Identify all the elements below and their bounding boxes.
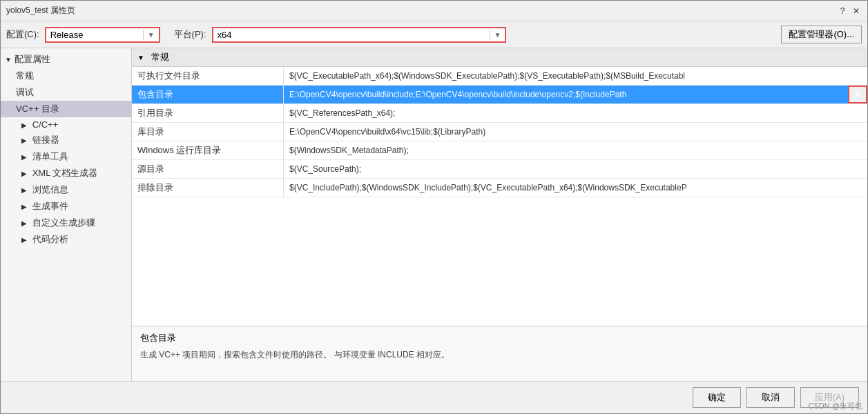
watermark: CSDN @朱可乜 xyxy=(809,401,862,411)
expand-arrow-icon: ▶ xyxy=(21,219,27,227)
prop-value-wrapper: E:\OpenCV4\opencv\build\x64\vc15\lib;$(L… xyxy=(284,123,867,141)
sidebar-item-xml-gen[interactable]: ▶ XML 文档生成器 xyxy=(1,165,131,181)
cancel-button[interactable]: 取消 xyxy=(746,387,795,408)
prop-value-exclude-dir: $(VC_IncludePath);$(WindowsSDK_IncludePa… xyxy=(284,180,867,195)
toolbar: 配置(C): Release Debug ▼ 平台(P): x64 x86 ▼ … xyxy=(1,21,867,48)
sidebar-item-cpp[interactable]: ▶ C/C++ xyxy=(1,117,131,132)
prop-value-executable-dir: $(VC_ExecutablePath_x64);$(WindowsSDK_Ex… xyxy=(284,68,867,83)
platform-select[interactable]: x64 x86 xyxy=(213,28,490,41)
prop-value-library-dir: E:\OpenCV4\opencv\build\x64\vc15\lib;$(L… xyxy=(284,124,867,139)
title-bar: yolov5_test 属性页 ? ✕ xyxy=(1,1,867,21)
prop-name-include-dir: 包含目录 xyxy=(132,86,284,103)
expand-arrow-icon: ▼ xyxy=(5,56,12,63)
sidebar-item-events[interactable]: ▶ 生成事件 xyxy=(1,198,131,215)
config-manager-button[interactable]: 配置管理器(O)... xyxy=(781,26,862,43)
sidebar-group-label: 配置属性 xyxy=(15,53,50,66)
prop-name-reference-dir: 引用目录 xyxy=(132,104,284,122)
table-row-highlighted[interactable]: 包含目录 E:\OpenCV4\opencv\build\include;E:\… xyxy=(132,86,867,104)
sidebar-item-analysis[interactable]: ▶ 代码分析 xyxy=(1,231,131,248)
expand-arrow-icon: ▶ xyxy=(21,153,27,161)
prop-value-wrapper: $(VC_ReferencesPath_x64); xyxy=(284,104,867,122)
expand-arrow-icon: ▶ xyxy=(21,203,27,210)
sidebar: ▼ 配置属性 常规 调试 VC++ 目录 ▶ C/C++ ▶ xyxy=(1,48,132,381)
sidebar-item-browse[interactable]: ▶ 浏览信息 xyxy=(1,181,131,198)
platform-select-wrapper[interactable]: x64 x86 ▼ xyxy=(212,27,507,43)
expand-arrow-icon: ▶ xyxy=(21,170,27,177)
include-dir-dropdown-button[interactable]: ▼ xyxy=(848,86,867,103)
help-button[interactable]: ? xyxy=(837,6,848,17)
sidebar-item-custom[interactable]: ▶ 自定义生成步骤 xyxy=(1,215,131,231)
config-select[interactable]: Release Debug xyxy=(46,28,143,41)
table-row: 引用目录 $(VC_ReferencesPath_x64); xyxy=(132,104,867,123)
sidebar-item-manifest[interactable]: ▶ 清单工具 xyxy=(1,148,131,165)
table-row: 源目录 $(VC_SourcePath); xyxy=(132,160,867,179)
main-content: ▼ 配置属性 常规 调试 VC++ 目录 ▶ C/C++ ▶ xyxy=(1,48,867,381)
prop-name-exclude-dir: 排除目录 xyxy=(132,179,284,197)
expand-arrow-icon: ▶ xyxy=(21,121,27,129)
table-row: 库目录 E:\OpenCV4\opencv\build\x64\vc15\lib… xyxy=(132,123,867,141)
properties-section: ▼ 常规 可执行文件目录 $(VC_ExecutablePath_x64);$(… xyxy=(132,48,867,326)
close-button[interactable]: ✕ xyxy=(851,6,862,17)
prop-value-wrapper: $(VC_SourcePath); xyxy=(284,160,867,178)
info-panel: 包含目录 生成 VC++ 项目期间，搜索包含文件时使用的路径。 与环境变量 IN… xyxy=(132,326,867,381)
platform-dropdown-arrow[interactable]: ▼ xyxy=(490,30,505,40)
info-description: 生成 VC++ 项目期间，搜索包含文件时使用的路径。 与环境变量 INCLUDE… xyxy=(140,348,859,361)
prop-value-wrapper: $(WindowsSDK_MetadataPath); xyxy=(284,141,867,159)
prop-name-executable-dir: 可执行文件目录 xyxy=(132,67,284,85)
window-title: yolov5_test 属性页 xyxy=(6,5,75,17)
platform-label: 平台(P): xyxy=(174,28,206,41)
expand-arrow-icon: ▶ xyxy=(21,236,27,244)
info-title: 包含目录 xyxy=(140,332,859,344)
table-row: Windows 运行库目录 $(WindowsSDK_MetadataPath)… xyxy=(132,141,867,160)
prop-value-reference-dir: $(VC_ReferencesPath_x64); xyxy=(284,106,867,121)
sidebar-item-vc-dirs[interactable]: VC++ 目录 xyxy=(1,101,131,117)
prop-value-wrapper: $(VC_ExecutablePath_x64);$(WindowsSDK_Ex… xyxy=(284,67,867,85)
prop-value-include-dir: E:\OpenCV4\opencv\build\include;E:\OpenC… xyxy=(284,87,848,102)
table-row: 可执行文件目录 $(VC_ExecutablePath_x64);$(Windo… xyxy=(132,67,867,86)
properties-table: 可执行文件目录 $(VC_ExecutablePath_x64);$(Windo… xyxy=(132,67,867,326)
expand-arrow-icon: ▶ xyxy=(21,137,27,144)
sidebar-item-general[interactable]: 常规 xyxy=(1,68,131,84)
prop-value-windows-runtime-dir: $(WindowsSDK_MetadataPath); xyxy=(284,143,867,158)
prop-name-source-dir: 源目录 xyxy=(132,160,284,178)
config-label: 配置(C): xyxy=(6,28,39,41)
config-dropdown-arrow[interactable]: ▼ xyxy=(143,30,159,40)
ok-button[interactable]: 确定 xyxy=(693,387,741,408)
property-dialog: yolov5_test 属性页 ? ✕ 配置(C): Release Debug… xyxy=(0,0,868,414)
section-header: ▼ 常规 xyxy=(132,48,867,67)
expand-arrow-icon: ▶ xyxy=(21,186,27,194)
prop-value-wrapper-include: E:\OpenCV4\opencv\build\include;E:\OpenC… xyxy=(284,86,867,103)
sidebar-group-header[interactable]: ▼ 配置属性 xyxy=(1,51,131,68)
sidebar-item-debug[interactable]: 调试 xyxy=(1,84,131,101)
prop-name-library-dir: 库目录 xyxy=(132,123,284,141)
sidebar-group-config: ▼ 配置属性 常规 调试 VC++ 目录 ▶ C/C++ ▶ xyxy=(1,51,131,248)
section-expand-icon: ▼ xyxy=(137,54,144,61)
config-select-wrapper[interactable]: Release Debug ▼ xyxy=(45,27,160,43)
table-row: 排除目录 $(VC_IncludePath);$(WindowsSDK_Incl… xyxy=(132,179,867,197)
content-area: ▼ 常规 可执行文件目录 $(VC_ExecutablePath_x64);$(… xyxy=(132,48,867,381)
section-title: 常规 xyxy=(151,51,169,63)
prop-value-wrapper: $(VC_IncludePath);$(WindowsSDK_IncludePa… xyxy=(284,179,867,197)
sidebar-item-linker[interactable]: ▶ 链接器 xyxy=(1,132,131,148)
prop-name-windows-runtime-dir: Windows 运行库目录 xyxy=(132,141,284,159)
prop-value-source-dir: $(VC_SourcePath); xyxy=(284,161,867,177)
footer: 确定 取消 应用(A) xyxy=(1,381,867,413)
